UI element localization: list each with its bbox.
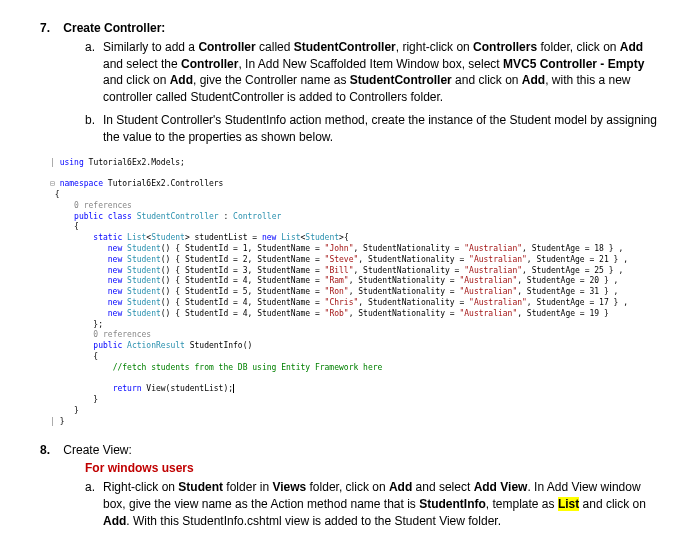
bold-text: Controller — [198, 40, 255, 54]
text: , give the Controller name as — [193, 73, 350, 87]
item-number: 8. — [40, 442, 60, 459]
bold-text: Add View — [474, 480, 528, 494]
text: and select — [412, 480, 473, 494]
text: , In Add New Scaffolded Item Window box,… — [238, 57, 503, 71]
red-subtitle: For windows users — [85, 460, 660, 477]
list-item-8: 8. Create View: For windows users a. Rig… — [40, 442, 660, 530]
bold-text: StudentInfo — [419, 497, 486, 511]
bold-text: Add — [170, 73, 193, 87]
sub-letter: a. — [85, 479, 95, 496]
sub-letter: b. — [85, 112, 95, 129]
text: . With this StudentInfo.cshtml view is a… — [126, 514, 501, 528]
bold-text: Add — [522, 73, 545, 87]
bold-text: StudentController — [350, 73, 452, 87]
sub-item-8a: a. Right-click on Student folder in View… — [85, 479, 660, 529]
text: Right-click on — [103, 480, 178, 494]
text: , right-click on — [396, 40, 473, 54]
highlighted-text: List — [558, 497, 579, 511]
bold-text: Controller — [181, 57, 238, 71]
text: and click on — [579, 497, 646, 511]
item-title: Create Controller: — [63, 21, 165, 35]
text: folder, click on — [537, 40, 620, 54]
bold-text: Student — [178, 480, 223, 494]
text: , template as — [486, 497, 558, 511]
text: folder in — [223, 480, 272, 494]
sublist-8: a. Right-click on Student folder in View… — [85, 479, 660, 529]
text: folder, click on — [306, 480, 389, 494]
bold-text: Controllers — [473, 40, 537, 54]
sub-item-7a: a. Similarly to add a Controller called … — [85, 39, 660, 106]
sublist-7: a. Similarly to add a Controller called … — [85, 39, 660, 146]
item-number: 7. — [40, 20, 60, 37]
text: called — [256, 40, 294, 54]
bold-text: Add — [103, 514, 126, 528]
text: and click on — [452, 73, 522, 87]
code-block: | using Tutorial6Ex2.Models; ⊟ namespace… — [50, 158, 660, 428]
list-item-7: 7. Create Controller: a. Similarly to ad… — [40, 20, 660, 146]
sub-item-7b: b. In Student Controller's StudentInfo a… — [85, 112, 660, 146]
bold-text: Add — [389, 480, 412, 494]
bold-text: Add — [620, 40, 643, 54]
sub-letter: a. — [85, 39, 95, 56]
text: and click on — [103, 73, 170, 87]
text: Similarly to add a — [103, 40, 198, 54]
bold-text: MVC5 Controller - Empty — [503, 57, 644, 71]
bold-text: Views — [272, 480, 306, 494]
text: In Student Controller's StudentInfo acti… — [103, 113, 657, 144]
text: and select the — [103, 57, 181, 71]
item-title: Create View: — [63, 443, 131, 457]
bold-text: StudentController — [294, 40, 396, 54]
